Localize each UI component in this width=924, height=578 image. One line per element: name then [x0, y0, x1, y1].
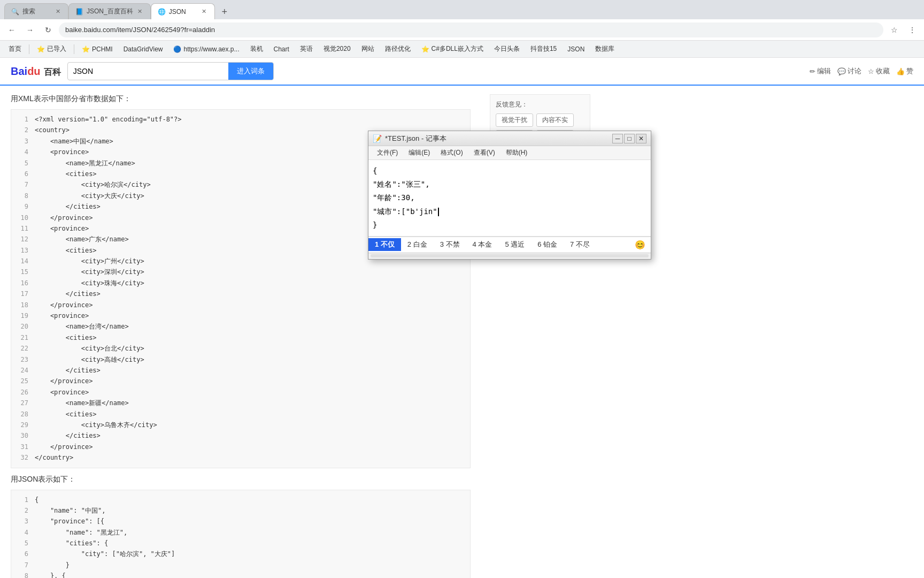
forward-button[interactable]: → [22, 22, 37, 37]
edit-label: 编辑 [817, 66, 831, 76]
baidu-logo: Baidu 百科 [11, 64, 61, 78]
search-button[interactable]: 进入词条 [228, 62, 273, 80]
ime-candidate-3[interactable]: 3 不禁 [434, 238, 466, 251]
bookmark-button[interactable]: ☆ [887, 22, 902, 37]
bookmark-douyin[interactable]: 抖音技15 [526, 43, 561, 55]
tab-close-json[interactable]: ✕ [201, 8, 208, 16]
code-line-24: 24 </cities> [18, 365, 464, 376]
address-input[interactable] [59, 22, 883, 37]
notepad-maximize-button[interactable]: □ [624, 134, 635, 143]
bookmark-pchmi[interactable]: ⭐ PCHMI [78, 44, 117, 54]
code-line-15: 15 <city>深圳</city> [18, 267, 464, 277]
bookmark-toutiao-label: 今日头条 [494, 44, 520, 54]
ime-candidate-6[interactable]: 6 铂金 [531, 238, 564, 251]
feedback-btn-visual[interactable]: 视觉干扰 [496, 113, 533, 127]
feedback-btn-content[interactable]: 内容不实 [536, 113, 574, 127]
header-discuss[interactable]: 💬 讨论 [837, 66, 861, 76]
bookmark-english[interactable]: 英语 [296, 43, 317, 55]
address-bar: ← → ↻ ☆ ⋮ [0, 19, 924, 41]
bookmark-imported[interactable]: ⭐ 已导入 [33, 43, 71, 55]
notepad-line-3: "年龄":30, [373, 191, 646, 204]
ime-emoji-button[interactable]: 😊 [629, 238, 651, 252]
ime-candidate-4[interactable]: 4 本金 [466, 238, 499, 251]
bookmark-toutiao[interactable]: 今日头条 [490, 43, 524, 55]
new-tab-button[interactable]: + [217, 4, 232, 19]
tab-label-json: JSON [169, 8, 186, 16]
bookmark-pchmi-label: PCHMI [92, 45, 113, 53]
code-line-28: 28 <cities> [18, 409, 464, 420]
back-button[interactable]: ← [4, 22, 19, 37]
bookmark-aex[interactable]: 🔵 https://www.aex.p... [169, 44, 243, 54]
code-line-25: 25 </province> [18, 376, 464, 386]
notepad-minimize-button[interactable]: ─ [612, 134, 623, 143]
code-line-29: 29 <city>乌鲁木齐</city> [18, 420, 464, 430]
tab-close-baike[interactable]: ✕ [136, 8, 144, 16]
tab-json[interactable]: 🌐 JSON ✕ [151, 3, 215, 19]
tab-search[interactable]: 🔍 搜索 ✕ [4, 3, 68, 19]
notepad-menu-help[interactable]: 帮助(H) [500, 147, 533, 158]
bookmark-chart[interactable]: Chart [270, 44, 294, 54]
ime-candidate-5[interactable]: 5 遇近 [498, 238, 531, 251]
json-line-4: 4 "name": "黑龙江", [18, 527, 464, 538]
notepad-menu-view[interactable]: 查看(V) [468, 147, 500, 158]
bookmark-json[interactable]: JSON [563, 44, 589, 54]
notepad-controls: ─ □ ✕ [612, 134, 646, 143]
json-line-6: 6 "city": ["哈尔滨", "大庆"] [18, 549, 464, 559]
notepad-menu-edit[interactable]: 编辑(E) [403, 147, 435, 158]
notepad-scrollbar[interactable] [368, 253, 651, 259]
bookmark-home[interactable]: 首页 [4, 43, 26, 55]
ime-candidate-bar: 1 不仅 2 白金 3 不禁 4 本金 5 遇近 6 铂金 7 不尽 😊 [368, 237, 651, 253]
discuss-label: 讨论 [848, 66, 861, 76]
bookmark-zhuangji[interactable]: 装机 [246, 43, 267, 55]
bookmarks-bar: 首页 ⭐ 已导入 ⭐ PCHMI DataGridView 🔵 https://… [0, 41, 924, 58]
bookmark-dll[interactable]: ⭐ C#多DLL嵌入方式 [417, 43, 488, 55]
bookmark-path[interactable]: 路径优化 [381, 43, 415, 55]
notepad-close-button[interactable]: ✕ [636, 134, 646, 143]
collect-icon: ☆ [868, 67, 874, 75]
bookmark-dll-icon: ⭐ [421, 45, 429, 53]
bookmark-separator-2 [74, 44, 74, 54]
header-edit[interactable]: ✏ 编辑 [810, 66, 831, 76]
json-code-block: 1 { 2 "name": "中国", 3 "province": [{ 4 [11, 490, 471, 579]
feedback-title: 反馈意见： [496, 100, 584, 109]
menu-button[interactable]: ⋮ [905, 22, 920, 37]
search-input[interactable] [68, 67, 228, 75]
bookmark-douyin-label: 抖音技15 [530, 44, 557, 54]
header-like[interactable]: 👍 赞 [896, 66, 913, 76]
ime-candidate-7[interactable]: 7 不尽 [564, 238, 596, 251]
bookmark-db[interactable]: 数据库 [591, 43, 619, 55]
bookmark-json-label: JSON [567, 45, 584, 53]
feedback-buttons: 视觉干扰 内容不实 [496, 113, 584, 127]
notepad-menu-file[interactable]: 文件(F) [372, 147, 403, 158]
notepad-menu-format[interactable]: 格式(O) [435, 147, 468, 158]
bookmark-datagrid[interactable]: DataGridView [119, 44, 167, 54]
bookmark-path-label: 路径优化 [385, 44, 411, 54]
code-line-23: 23 <city>高雄</city> [18, 354, 464, 365]
bookmark-vision[interactable]: 视觉2020 [319, 43, 355, 55]
search-box: 进入词条 [67, 62, 274, 80]
ime-candidate-1[interactable]: 1 不仅 [368, 238, 401, 251]
bookmark-website-label: 网站 [361, 44, 374, 54]
bookmark-home-label: 首页 [9, 44, 21, 54]
bookmark-website[interactable]: 网站 [357, 43, 379, 55]
header-collect[interactable]: ☆ 收藏 [868, 66, 890, 76]
ime-candidate-2[interactable]: 2 白金 [401, 238, 434, 251]
tab-favicon-baike: 📘 [75, 8, 83, 16]
bookmark-datagrid-label: DataGridView [124, 45, 163, 53]
notepad-line-2: "姓名":"张三", [373, 178, 646, 191]
notepad-app-icon: 📝 [373, 134, 382, 143]
bookmark-imported-label: 已导入 [47, 44, 66, 54]
notepad-window: 📝 *TEST.json - 记事本 ─ □ ✕ 文件(F) 编辑(E) 格式(… [368, 131, 651, 260]
xml-section-title: 用XML表示中国部分省市数据如下： [11, 94, 471, 104]
tab-baike[interactable]: 📘 JSON_百度百科 ✕ [68, 3, 151, 19]
json-section-title: 用JSON表示如下： [11, 475, 471, 484]
notepad-content-area[interactable]: { "姓名":"张三", "年龄":30, "城市":["b'jin" } [368, 160, 651, 237]
refresh-button[interactable]: ↻ [41, 22, 56, 37]
json-line-2: 2 "name": "中国", [18, 505, 464, 516]
notepad-line-4: "城市":["b'jin" [373, 205, 646, 218]
bookmark-imported-icon: ⭐ [37, 45, 45, 53]
code-line-22: 22 <city>台北</city> [18, 343, 464, 354]
edit-icon: ✏ [810, 67, 815, 75]
bookmark-english-label: 英语 [300, 44, 313, 54]
tab-close-search[interactable]: ✕ [54, 8, 61, 16]
